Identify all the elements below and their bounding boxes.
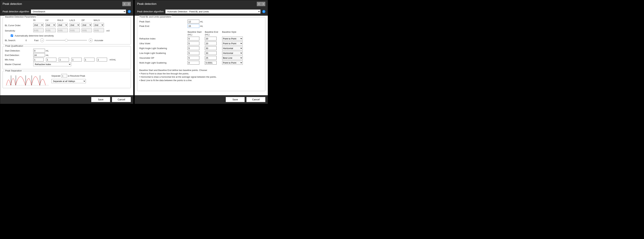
min-area-uv[interactable] [46, 58, 56, 61]
separate-index-input [61, 74, 67, 78]
baseline-style-select[interactable]: Point to Point [222, 36, 243, 41]
baseline-legend: Baseline Detection Parameters [4, 15, 37, 18]
baseline-style-select[interactable]: Horizontal [222, 46, 243, 50]
baseline-end-input[interactable] [205, 41, 216, 45]
col-baseline-start: Baseline Start (mL) [188, 31, 205, 36]
fixedbl-legend: Fixed BL and Limits parameters [139, 15, 172, 18]
bl-order-lals[interactable]: 2nd [70, 23, 80, 27]
baseline-style-select[interactable]: Point to Point [222, 61, 243, 65]
sensitivity-unit: mV [106, 29, 110, 32]
nav-arrows [257, 2, 265, 6]
peak-start-label: Peak Start: [139, 20, 188, 23]
separation-mode-select[interactable]: Separate at all Valleys [52, 79, 86, 83]
min-area-ri[interactable] [33, 58, 44, 61]
auto-sensitivity-checkbox[interactable] [11, 34, 13, 37]
min-area-dp[interactable] [84, 58, 94, 61]
sens-dp [82, 28, 92, 32]
start-detection-input[interactable] [33, 49, 45, 52]
peak-end-input[interactable] [188, 24, 199, 28]
master-channel-select[interactable]: Refractive Index [33, 62, 71, 66]
title-bar: Peak detection [0, 0, 133, 8]
baseline-start-input[interactable] [188, 61, 199, 65]
min-area-label: Min Area: [5, 58, 33, 61]
baseline-end-input[interactable] [205, 51, 216, 55]
peak-separation-graphic [5, 74, 48, 86]
cancel-button[interactable]: Cancel [112, 97, 131, 102]
baseline-end-input[interactable] [205, 61, 216, 65]
dialog-title: Peak detection [2, 2, 122, 6]
bl-curve-order-row: BL Curve Order: 2nd 2nd 2nd 2nd 2nd 2nd [5, 23, 129, 28]
baseline-start-input[interactable] [188, 41, 199, 45]
channel-row: Low Angle Light ScatteringHorizontal [139, 51, 263, 55]
nav-next-button[interactable] [261, 2, 265, 6]
end-detection-input[interactable] [33, 53, 45, 57]
master-channel-label: Master Channel: [5, 63, 33, 66]
min-area-rals[interactable] [58, 58, 69, 61]
save-button[interactable]: Save [226, 97, 245, 102]
nav-prev-button[interactable] [257, 2, 261, 6]
sens-lals [70, 28, 80, 32]
save-button[interactable]: Save [91, 97, 110, 102]
info-icon[interactable]: i [262, 10, 265, 13]
sens-ri [33, 28, 44, 32]
min-area-unit: mVmL [110, 58, 116, 61]
separate-pre: Separate [52, 75, 60, 77]
baseline-end-input[interactable] [205, 37, 216, 40]
channel-row: Refractive IndexPoint to Point [139, 36, 263, 41]
min-area-lals[interactable] [72, 58, 82, 61]
peak-start-input[interactable] [188, 20, 199, 23]
sens-mals [94, 28, 104, 32]
baseline-style-select[interactable]: Best Line [222, 56, 243, 60]
col-rals: RALS [58, 19, 70, 22]
baseline-style-select[interactable]: Point to Point [222, 41, 243, 45]
help-line-1: Baseline Start and Baseline End define t… [139, 68, 263, 72]
start-detection-unit: mL [46, 49, 49, 52]
peak-end-unit: mL [200, 25, 203, 27]
col-ri: RI [33, 19, 45, 22]
baseline-start-input[interactable] [188, 46, 199, 50]
baseline-start-input[interactable] [188, 56, 199, 60]
end-detection-label: End Detection: [5, 54, 33, 56]
baseline-end-input[interactable] [205, 46, 216, 50]
channel-name: Right Angle Light Scattering [139, 47, 188, 50]
bl-search-row: BL Search: 0 Fast − + Accurate [5, 38, 129, 42]
algorithm-select[interactable]: Automatic Detection - Fixed BL and Limit… [165, 9, 260, 13]
baseline-end-input[interactable] [205, 56, 216, 60]
algorithm-select[interactable]: OmniSearch [31, 9, 126, 13]
bl-order-rals[interactable]: 2nd [58, 23, 68, 27]
help-line-3: • Horizontal to draw a horizontal line a… [139, 75, 263, 79]
nav-next-button[interactable] [126, 2, 131, 6]
baseline-start-input[interactable] [188, 51, 199, 55]
nav-prev-button[interactable] [122, 2, 126, 6]
bl-order-mals[interactable]: 2nd [94, 23, 104, 27]
baseline-style-select[interactable]: Horizontal [222, 51, 243, 55]
algorithm-bar: Peak detection algorithm OmniSearch i [0, 8, 133, 16]
info-icon[interactable]: i [128, 10, 131, 13]
peak-detection-dialog-omnisearch: Peak detection Peak detection algorithm … [0, 0, 134, 104]
bl-order-ri[interactable]: 2nd [33, 23, 44, 27]
slider-minus-button[interactable]: − [40, 38, 44, 42]
help-text: Baseline Start and Baseline End define t… [139, 68, 263, 82]
button-bar: Save Cancel [135, 95, 268, 104]
channel-row: Ultra VioletPoint to Point [139, 41, 263, 45]
min-area-mals[interactable] [97, 58, 107, 61]
grid-header: Baseline Start (mL) Baseline End (mL) Ba… [188, 31, 263, 36]
auto-sensitivity-label: Automatically determine best sensitivity [15, 34, 54, 37]
baseline-start-input[interactable] [188, 37, 199, 40]
help-line-4: • Best Line to fit the data between the … [139, 79, 263, 82]
baseline-column-headers: RI UV RALS LALS DP MALS [33, 19, 129, 22]
sensitivity-row: Sensitivity: mV [5, 28, 129, 33]
slider-accurate-label: Accurate [94, 39, 103, 42]
end-detection-unit: mL [46, 54, 49, 56]
peak-start-unit: mL [200, 20, 203, 23]
bl-order-uv[interactable]: 2nd [45, 23, 56, 27]
bl-search-slider[interactable] [46, 40, 87, 41]
algorithm-label: Peak detection algorithm [137, 10, 164, 13]
cancel-button[interactable]: Cancel [246, 97, 265, 102]
slider-plus-button[interactable]: + [89, 38, 92, 42]
bl-order-dp[interactable]: 2nd [82, 23, 92, 27]
fixedbl-group: Fixed BL and Limits parameters Peak Star… [137, 17, 265, 91]
slider-thumb[interactable] [65, 39, 68, 42]
button-bar: Save Cancel [0, 95, 133, 104]
col-lals: LALS [70, 19, 82, 22]
